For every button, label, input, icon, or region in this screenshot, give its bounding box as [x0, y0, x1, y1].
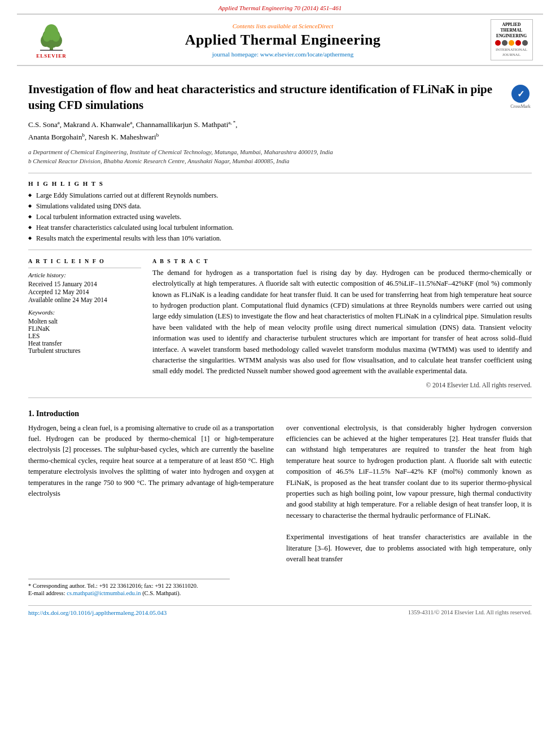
paper-title-section: Investigation of flow and heat character… — [28, 82, 532, 113]
affiliation-a: a Department of Chemical Engineering, In… — [28, 147, 532, 157]
highlights-heading: H I G H L I G H T S — [28, 180, 532, 187]
journal-box-title: APPLIED THERMAL ENGINEERING — [493, 22, 530, 38]
journal-center-section: Contents lists available at ScienceDirec… — [82, 23, 483, 58]
article-info-abstract-section: A R T I C L E I N F O Article history: R… — [28, 258, 532, 388]
journal-homepage: journal homepage: www.elsevier.com/locat… — [82, 51, 483, 58]
keywords-heading: Keywords: — [28, 309, 141, 316]
introduction-section: 1. Introduction Hydrogen, being a clean … — [28, 409, 532, 565]
abstract-heading: A B S T R A C T — [152, 258, 532, 264]
keyword-turbulent: Turbulent structures — [28, 347, 141, 354]
circle-orange — [509, 40, 514, 46]
circle-red — [495, 40, 501, 46]
intro-right-text: over conventional electrolysis, is that … — [286, 424, 532, 519]
author-maheshwari: , Naresh K. Maheshwari — [85, 133, 156, 142]
accepted-date: Accepted 12 May 2014 — [28, 289, 141, 295]
crossmark-section: ✓ CrossMark — [509, 85, 532, 109]
journal-reference-bar: Applied Thermal Engineering 70 (2014) 45… — [0, 0, 560, 14]
intro-col-left: Hydrogen, being a clean fuel, is a promi… — [28, 423, 274, 565]
journal-logo-box: APPLIED THERMAL ENGINEERING INTERNATIONA… — [491, 19, 533, 60]
email-address: cs.mathpati@ictmumbai.edu.in — [67, 590, 141, 596]
elsevier-logo-area: ELSEVIER — [26, 21, 77, 59]
copyright-line: © 2014 Elsevier Ltd. All rights reserved… — [152, 382, 532, 388]
article-history-label: Article history: — [28, 272, 141, 278]
journal-logo-box-area: APPLIED THERMAL ENGINEERING INTERNATIONA… — [489, 19, 534, 60]
highlight-item-1: Large Eddy Simulations carried out at di… — [28, 191, 532, 200]
highlight-item-4: Heat transfer characteristics calculated… — [28, 224, 532, 232]
introduction-body: Hydrogen, being a clean fuel, is a promi… — [28, 423, 532, 565]
crossmark-icon: ✓ — [511, 85, 530, 103]
authors-section: C.S. Sonaa, Makrand A. Khanwalea, Channa… — [28, 119, 532, 144]
doi-link[interactable]: http://dx.doi.org/10.1016/j.applthermale… — [28, 609, 167, 616]
author-borgohain: Ananta Borgohain — [28, 133, 82, 142]
svg-point-6 — [52, 32, 60, 42]
homepage-url: www.elsevier.com/locate/apthermeng — [260, 51, 353, 58]
elsevier-logo: ELSEVIER — [26, 21, 77, 59]
journal-title: Applied Thermal Engineering — [82, 32, 483, 49]
divider-article-info — [28, 268, 141, 268]
elsevier-tree-icon — [34, 21, 68, 52]
available-online-date: Available online 24 May 2014 — [28, 296, 141, 303]
keyword-flinak: FLiNaK — [28, 325, 141, 332]
circle-gray2 — [522, 40, 528, 46]
author-line1-end: , — [235, 120, 237, 129]
keyword-molten-salt: Molten salt — [28, 318, 141, 325]
journal-box-subtitle: INTERNATIONAL JOURNAL — [493, 47, 530, 58]
affiliation-b: b Chemical Reactor Division, Bhabha Atom… — [28, 156, 532, 166]
elsevier-text: ELSEVIER — [36, 53, 67, 59]
highlight-item-2: Simulations validated using DNS data. — [28, 202, 532, 211]
abstract-column: A B S T R A C T The demand for hydrogen … — [152, 258, 532, 388]
received-date: Received 15 January 2014 — [28, 281, 141, 287]
divider-after-affiliations — [28, 173, 532, 173]
footnote-email: E-mail address: cs.mathpati@ictmumbai.ed… — [28, 590, 532, 596]
email-label: E-mail address: — [28, 590, 67, 596]
abstract-text: The demand for hydrogen as a transportat… — [152, 268, 532, 377]
sciencedirect-link: Contents lists available at ScienceDirec… — [82, 23, 483, 29]
divider-after-highlights — [28, 250, 532, 250]
keyword-les: LES — [28, 333, 141, 339]
author-maheshwari-sup: b — [156, 132, 159, 138]
affiliations-section: a Department of Chemical Engineering, In… — [28, 147, 532, 166]
journal-box-circles — [493, 40, 530, 46]
homepage-prefix: journal homepage: — [212, 51, 260, 58]
article-info-heading: A R T I C L E I N F O — [28, 258, 141, 264]
footnote-corresponding: * Corresponding author. Tel.: +91 22 336… — [28, 583, 532, 589]
circle-gray — [502, 40, 508, 46]
paper-title: Investigation of flow and heat character… — [28, 82, 504, 113]
highlight-item-3: Local turbulent information extracted us… — [28, 213, 532, 221]
email-suffix: (C.S. Mathpati). — [141, 590, 181, 596]
circle-red2 — [515, 40, 521, 46]
article-info-column: A R T I C L E I N F O Article history: R… — [28, 258, 141, 388]
bottom-bar: http://dx.doi.org/10.1016/j.applthermale… — [28, 605, 532, 616]
main-content: Investigation of flow and heat character… — [0, 66, 560, 627]
intro-col-right: over conventional electrolysis, is that … — [286, 423, 532, 565]
crossmark-label: CrossMark — [510, 104, 531, 109]
issn-text: 1359-4311/© 2014 Elsevier Ltd. All right… — [408, 609, 532, 615]
intro-left-text: Hydrogen, being a clean fuel, is a promi… — [28, 424, 274, 497]
sciencedirect-prefix: Contents lists available at — [233, 23, 299, 29]
highlight-item-5: Results match the experimental results w… — [28, 234, 532, 243]
footnote-divider — [28, 579, 230, 579]
author-mathpati-sup: a, * — [228, 120, 235, 125]
journal-header: ELSEVIER Contents lists available at Sci… — [17, 14, 543, 66]
keyword-heat-transfer: Heat transfer — [28, 340, 141, 347]
author-khanwale: , Makrand A. Khanwale — [60, 120, 130, 129]
intro-right-text2: Experimental investigations of heat tran… — [286, 533, 532, 563]
divider-after-abstract — [28, 397, 532, 398]
author-sona: C.S. Sona — [28, 120, 58, 129]
author-mathpati: , Channamallikarjun S. Mathpati — [132, 120, 228, 129]
highlights-list: Large Eddy Simulations carried out at di… — [28, 191, 532, 243]
highlights-section: H I G H L I G H T S Large Eddy Simulatio… — [28, 180, 532, 243]
page: Applied Thermal Engineering 70 (2014) 45… — [0, 0, 560, 747]
journal-reference-text: Applied Thermal Engineering 70 (2014) 45… — [218, 5, 342, 11]
sciencedirect-name: ScienceDirect — [299, 23, 333, 29]
footnotes-section: * Corresponding author. Tel.: +91 22 336… — [28, 579, 532, 596]
svg-point-5 — [43, 32, 51, 42]
introduction-heading: 1. Introduction — [28, 409, 532, 418]
